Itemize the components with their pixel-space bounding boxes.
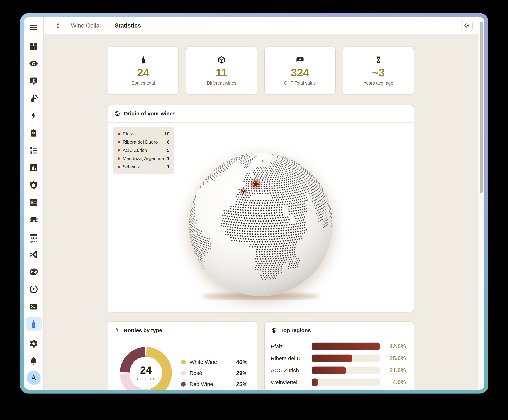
- origin-of-wines-card: Origin of your wines Pfalz10Ribera del D…: [108, 105, 414, 312]
- sidebar-item-todo-list[interactable]: [26, 144, 42, 157]
- region-percent: 25.0%: [383, 355, 406, 362]
- origin-legend-item[interactable]: Pfalz10: [118, 131, 170, 137]
- sidebar-item-lightning[interactable]: [26, 109, 42, 122]
- legend-percent: 25%: [236, 381, 247, 388]
- legend-dot-icon: [181, 360, 186, 364]
- region-bar-fill: [312, 343, 380, 350]
- sidebar-item-robot[interactable]: [26, 283, 42, 296]
- cash-icon: [296, 56, 304, 64]
- region-bar-fill: [312, 378, 318, 386]
- wine-glass-icon: [114, 328, 120, 333]
- top-region-row: Ribera del D…25.0%: [271, 354, 406, 362]
- origin-card-title: Origin of your wines: [124, 111, 176, 117]
- sidebar: HACS A: [24, 17, 44, 390]
- region-label: Ribera del D…: [271, 355, 309, 361]
- stat-label: Bottles total: [132, 81, 155, 86]
- legend-label: Mendoza, Argentina: [123, 156, 164, 161]
- bottles-donut-chart: [117, 344, 174, 390]
- legend-dot-icon: [181, 371, 186, 376]
- top-toolbar: Wine Cellar Statistics: [44, 17, 478, 34]
- sidebar-item-hand-gesture[interactable]: [26, 92, 42, 105]
- sidebar-item-settings[interactable]: [26, 337, 42, 350]
- dashboard-icon: [29, 42, 38, 51]
- sidebar-item-zigbee[interactable]: [26, 265, 42, 279]
- legend-count: 6: [167, 139, 170, 145]
- region-bar-track: [312, 378, 380, 386]
- top-region-row: Pfalz42.0%: [271, 343, 406, 350]
- donut-legend-item[interactable]: White Wine46%: [181, 358, 247, 366]
- hourglass-icon: [374, 56, 383, 64]
- legend-label: Ribera del Duero: [123, 139, 158, 145]
- notifications-icon: [29, 356, 38, 366]
- earth-icon: [271, 328, 277, 333]
- dashboard-content: 24Bottles total11Different wines324CHF T…: [44, 34, 478, 390]
- sidebar-item-shield-home[interactable]: [26, 178, 42, 192]
- stat-card-chf-total-value: 324CHF Total value: [264, 46, 336, 95]
- wine-bottle-icon: [29, 319, 38, 329]
- sidebar-item-terminal[interactable]: [26, 300, 42, 313]
- origin-legend-item[interactable]: Ribera del Duero6: [118, 139, 170, 145]
- stat-label: Different wines: [207, 81, 236, 86]
- region-percent: 42.0%: [383, 343, 406, 350]
- region-bar-track: [312, 367, 380, 374]
- region-bar-fill: [312, 354, 352, 362]
- user-avatar[interactable]: A: [27, 371, 41, 385]
- tab-statistics[interactable]: Statistics: [115, 22, 141, 29]
- earth-icon: [114, 111, 120, 117]
- legend-label: Red Wine: [190, 381, 213, 387]
- donut-legend-item[interactable]: Rosé29%: [181, 369, 247, 377]
- vscode-icon: [29, 250, 38, 259]
- legend-dot-icon: [118, 166, 120, 168]
- donut-legend: White Wine46%Rosé29%Red Wine25%: [181, 358, 247, 388]
- sidebar-item-clipboard-list[interactable]: [26, 126, 42, 140]
- scrollbar-thumb[interactable]: [480, 22, 483, 193]
- hand-gesture-icon: [29, 94, 38, 103]
- donut-legend-item[interactable]: Red Wine25%: [181, 380, 247, 388]
- legend-label: Pfalz: [123, 131, 133, 137]
- legend-dot-icon: [118, 157, 120, 160]
- sidebar-item-server[interactable]: [26, 196, 42, 209]
- sidebar-item-eye[interactable]: [26, 57, 42, 70]
- stat-label: CHF Total value: [284, 81, 316, 86]
- sidebar-item-wine-bottle[interactable]: [26, 317, 42, 331]
- chip-icon: [29, 215, 38, 224]
- legend-dot-icon: [118, 149, 120, 152]
- stat-value: ~3: [372, 67, 385, 78]
- legend-label: Schweiz: [123, 164, 140, 169]
- origin-legend-item[interactable]: Schweiz1: [118, 164, 170, 169]
- stat-cards-row: 24Bottles total11Different wines324CHF T…: [108, 46, 414, 95]
- region-bar-track: [312, 354, 380, 362]
- breadcrumb[interactable]: Wine Cellar: [71, 22, 102, 29]
- sidebar-item-hacs[interactable]: HACS: [26, 231, 42, 244]
- stat-label: Years avg. age: [364, 81, 393, 86]
- robot-icon: [29, 285, 38, 294]
- region-label: Weinviertel: [271, 379, 309, 385]
- stat-card-bottles-total: 24Bottles total: [108, 46, 179, 95]
- top-region-row: AOC Zürich21.0%: [271, 367, 406, 374]
- world-globe-map[interactable]: [186, 149, 336, 300]
- person-badge-icon: [29, 76, 38, 86]
- sidebar-item-person-badge[interactable]: [26, 74, 42, 88]
- region-bar-fill: [312, 367, 346, 374]
- origin-legend-item[interactable]: Mendoza, Argentina1: [118, 156, 170, 161]
- sidebar-item-chart-box[interactable]: [26, 161, 42, 174]
- sidebar-item-dashboard[interactable]: [26, 40, 42, 53]
- region-bar-track: [312, 343, 380, 350]
- origin-legend-item[interactable]: AOC Zürich5: [118, 147, 170, 153]
- menu-icon[interactable]: [26, 22, 41, 33]
- sidebar-item-vscode[interactable]: [26, 248, 42, 261]
- brightness-toggle-button[interactable]: [461, 20, 472, 31]
- stat-value: 11: [216, 67, 227, 78]
- region-percent: 21.0%: [383, 367, 406, 374]
- server-icon: [29, 198, 38, 207]
- scrollbar-track[interactable]: [478, 17, 484, 390]
- sidebar-item-notifications[interactable]: [26, 354, 42, 368]
- bottles-by-type-title: Bottles by type: [124, 327, 162, 333]
- region-percent: 4.0%: [383, 379, 406, 386]
- top-regions-title: Top regions: [281, 327, 311, 333]
- shield-home-icon: [29, 180, 38, 190]
- top-regions-card: Top regions Pfalz42.0%Ribera del D…25.0%…: [264, 321, 414, 390]
- sun-icon: [464, 22, 470, 29]
- sidebar-item-chip[interactable]: [26, 213, 42, 227]
- legend-dot-icon: [118, 133, 120, 135]
